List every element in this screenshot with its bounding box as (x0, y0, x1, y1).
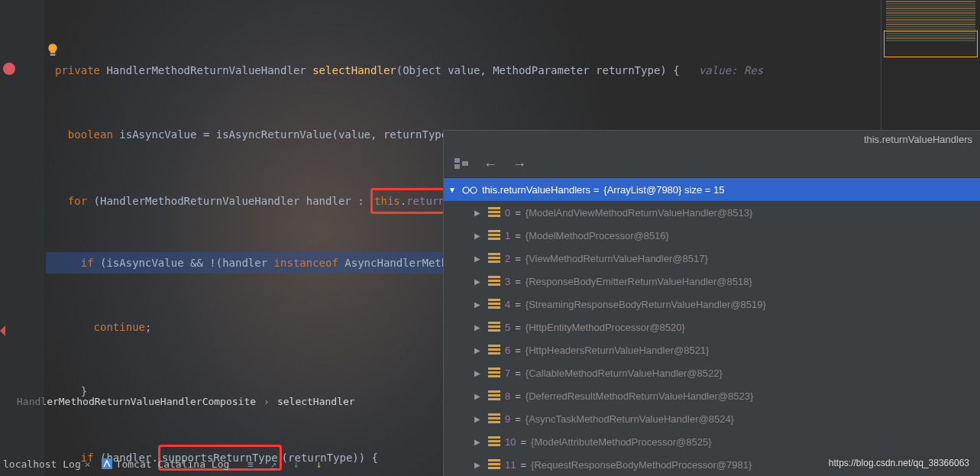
tree-value: {AsyncTaskMethodReturnValueHandler@8524} (526, 413, 734, 425)
debug-panel-title: this.returnValueHandlers (444, 131, 980, 152)
watermark-text: https://blog.csdn.net/qq_38366063 (824, 456, 974, 470)
tree-index: 10 (505, 436, 516, 448)
tree-root-value: {ArrayList@7980} size = 15 (603, 184, 724, 196)
array-element-icon (488, 207, 500, 218)
tree-index: 3 (505, 276, 510, 287)
download-icon[interactable]: ↓ (293, 458, 299, 470)
tree-index: 4 (505, 299, 510, 310)
tree-index: 6 (505, 345, 510, 356)
array-element-icon (488, 322, 500, 332)
svg-rect-3 (454, 164, 460, 169)
array-element-icon (488, 276, 500, 287)
expand-right-icon[interactable]: ▶ (474, 461, 484, 469)
array-element-icon (488, 459, 500, 470)
array-element-icon (488, 436, 500, 447)
tree-value: {ModelAndViewMethodReturnValueHandler@85… (526, 207, 752, 219)
tree-value: {RequestResponseBodyMethodProcessor@7981… (531, 459, 752, 471)
array-element-icon (488, 345, 500, 355)
tree-item-row[interactable]: ▶0 = {ModelAndViewMethodReturnValueHandl… (444, 201, 980, 224)
code-minimap[interactable] (881, 0, 980, 130)
tree-index: 5 (505, 322, 510, 333)
editor-gutter[interactable] (0, 0, 44, 476)
tree-value: {HttpEntityMethodProcessor@8520} (526, 322, 685, 333)
tree-root-label: this.returnValueHandlers = (482, 184, 599, 196)
close-icon[interactable]: × (85, 458, 91, 470)
tree-value: {StreamingResponseBodyReturnValueHandler… (526, 299, 766, 310)
tree-item-row[interactable]: ▶4 = {StreamingResponseBodyReturnValueHa… (444, 293, 980, 316)
svg-rect-2 (454, 158, 460, 163)
svg-point-5 (463, 187, 469, 193)
tree-value: {ViewMethodReturnValueHandler@8517} (526, 253, 708, 264)
kw-private: private (55, 64, 100, 76)
download-alt-icon[interactable]: ↓ (316, 458, 322, 470)
tree-value: {ModelAttributeMethodProcessor@8525} (531, 436, 712, 448)
layout-icon[interactable]: ≡ (247, 458, 254, 470)
tree-index: 11 (505, 459, 516, 471)
tab-localhost-log[interactable]: localhost Log × (3, 458, 91, 470)
tree-item-row[interactable]: ▶3 = {ResponseBodyEmitterReturnValueHand… (444, 270, 980, 293)
array-element-icon (488, 390, 500, 401)
tree-item-row[interactable]: ▶7 = {CallableMethodReturnValueHandler@8… (444, 361, 980, 384)
expand-right-icon[interactable]: ▶ (474, 346, 484, 355)
export-up-icon[interactable]: ↗ (270, 458, 277, 470)
tree-index: 2 (505, 253, 510, 264)
tree-root-row[interactable]: ▼ this.returnValueHandlers = {ArrayList@… (444, 178, 980, 201)
tree-item-row[interactable]: ▶2 = {ViewMethodReturnValueHandler@8517} (444, 247, 980, 270)
debug-toolbar: ← → (444, 152, 980, 178)
tree-item-row[interactable]: ▶5 = {HttpEntityMethodProcessor@8520} (444, 316, 980, 338)
svg-point-6 (471, 187, 477, 193)
bottom-tool-tabs: localhost Log × Tomcat Catalina Log ≡ ↗ … (0, 452, 322, 476)
tree-item-row[interactable]: ▶10 = {ModelAttributeMethodProcessor@852… (444, 430, 980, 453)
forward-icon[interactable]: → (513, 157, 526, 173)
tree-value: {HttpHeadersReturnValueHandler@8521} (526, 345, 710, 356)
tree-item-row[interactable]: ▶6 = {HttpHeadersReturnValueHandler@8521… (444, 338, 980, 361)
array-element-icon (488, 368, 500, 378)
watch-glasses-icon (462, 185, 477, 194)
tree-index: 9 (505, 413, 510, 425)
tree-value: {ModelMethodProcessor@8516} (526, 230, 669, 241)
tab-label: Tomcat Catalina Log (116, 458, 230, 470)
debug-tree[interactable]: ▼ this.returnValueHandlers = {ArrayList@… (444, 178, 980, 476)
expand-down-icon[interactable]: ▼ (448, 186, 458, 194)
expand-right-icon[interactable]: ▶ (474, 392, 484, 400)
expand-right-icon[interactable]: ▶ (474, 300, 484, 309)
tree-index: 1 (505, 230, 510, 241)
expand-right-icon[interactable]: ▶ (474, 254, 484, 263)
tomcat-icon (102, 458, 112, 469)
array-element-icon (488, 413, 500, 424)
array-element-icon (488, 299, 500, 309)
tree-item-row[interactable]: ▶1 = {ModelMethodProcessor@8516} (444, 224, 980, 247)
expand-right-icon[interactable]: ▶ (474, 232, 484, 240)
expand-right-icon[interactable]: ▶ (474, 369, 484, 377)
breakpoint-icon[interactable] (3, 63, 15, 75)
tree-view-icon[interactable] (454, 158, 468, 171)
back-icon[interactable]: ← (484, 157, 497, 173)
expand-right-icon[interactable]: ▶ (474, 277, 484, 286)
svg-rect-4 (462, 161, 468, 166)
tree-value: {ResponseBodyEmitterReturnValueHandler@8… (526, 276, 752, 287)
array-element-icon (488, 230, 500, 241)
tree-item-row[interactable]: ▶8 = {DeferredResultMethodReturnValueHan… (444, 384, 980, 407)
expand-right-icon[interactable]: ▶ (474, 415, 484, 423)
array-element-icon (488, 253, 500, 264)
expand-right-icon[interactable]: ▶ (474, 209, 484, 217)
tree-item-row[interactable]: ▶9 = {AsyncTaskMethodReturnValueHandler@… (444, 407, 980, 430)
tree-index: 8 (505, 390, 510, 402)
inline-hint: value: Res (680, 64, 764, 76)
expand-right-icon[interactable]: ▶ (474, 323, 484, 332)
tree-index: 7 (505, 368, 510, 379)
expand-right-icon[interactable]: ▶ (474, 438, 484, 446)
gutter-diff-icon[interactable] (0, 325, 11, 336)
tree-value: {DeferredResultMethodReturnValueHandler@… (526, 390, 753, 402)
tab-tomcat-catalina-log[interactable]: Tomcat Catalina Log (102, 458, 230, 470)
tree-index: 0 (505, 207, 510, 219)
tab-label: localhost Log (3, 458, 81, 470)
debug-variables-panel[interactable]: this.returnValueHandlers ← → ▼ this.retu… (443, 130, 980, 476)
tree-value: {CallableMethodReturnValueHandler@8522} (526, 368, 723, 379)
